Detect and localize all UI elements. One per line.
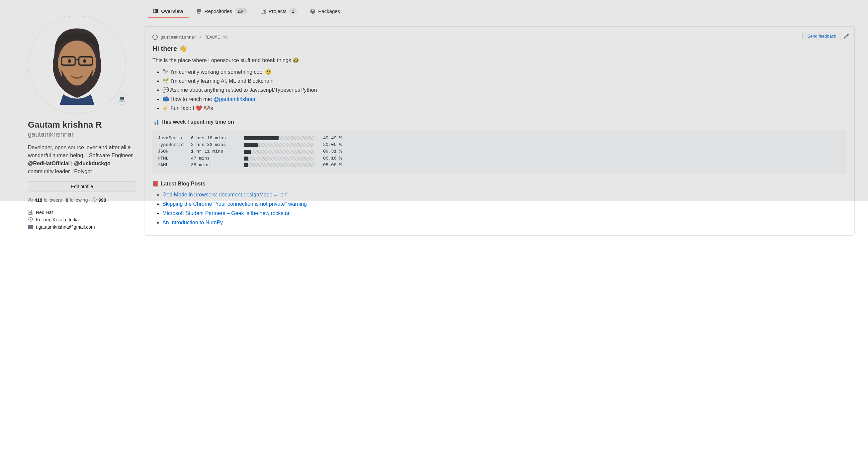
location-item: Kollam, Kerala, India — [28, 216, 136, 223]
followers-link[interactable]: 418 followers · — [34, 197, 64, 203]
project-icon — [261, 9, 266, 14]
list-item: 💬 Ask me about anything related to Javas… — [162, 85, 846, 94]
profile-bio: Developer, open source lover and after a… — [28, 144, 136, 175]
star-icon — [92, 197, 97, 203]
stat-row: JSON1 hr 11 mins09.31 % — [158, 148, 841, 155]
stars-count[interactable]: 990 — [98, 197, 106, 203]
book-icon — [153, 9, 158, 14]
status-badge[interactable]: 💻 — [116, 92, 128, 105]
readme-path: gautamkrishnar / README.md — [152, 35, 846, 40]
blog-post-link[interactable]: God Mode in browsers: document.designMod… — [162, 190, 846, 199]
profile-username: gautamkrishnar — [28, 130, 136, 138]
main-content: gautamkrishnar / README.md Send feedback… — [144, 26, 855, 236]
tab-packages[interactable]: Packages — [305, 5, 345, 18]
list-item: 📫 How to reach me: @gautamkrishnar — [162, 95, 846, 104]
package-icon — [310, 9, 315, 14]
blog-list: God Mode in browsers: document.designMod… — [152, 190, 846, 227]
mail-icon — [28, 224, 33, 230]
avatar[interactable] — [28, 16, 126, 114]
time-heading: 📊 This week I spent my time on — [152, 119, 846, 125]
repo-icon — [196, 9, 202, 14]
people-icon — [28, 197, 33, 203]
stat-row: HTML47 mins06.16 % — [158, 155, 841, 162]
edit-profile-button[interactable]: Edit profile — [28, 181, 136, 192]
tab-label: Overview — [161, 8, 183, 14]
repo-count-badge: 234 — [235, 8, 247, 14]
tab-label: Repositories — [205, 8, 232, 14]
location-icon — [28, 217, 33, 222]
tab-repositories[interactable]: Repositories 234 — [191, 5, 253, 18]
profile-sidebar: 💻 Gautam krishna R gautamkrishnar Develo… — [28, 16, 136, 236]
svg-point-4 — [68, 59, 71, 62]
avatar-image — [42, 25, 112, 105]
list-item: ⚡ Fun fact: I ❤️ 🐶s — [162, 104, 846, 113]
email-item[interactable]: r.gautamkrishna@gmail.com — [28, 223, 136, 231]
list-item: 🔭 I'm currently working on something coo… — [162, 67, 846, 77]
svg-point-5 — [83, 59, 86, 62]
tab-projects[interactable]: Projects 1 — [255, 5, 302, 18]
mention-redhat[interactable]: @RedHatOfficial — [28, 161, 70, 166]
mention-duckduckgo[interactable]: @duckduckgo — [74, 161, 111, 166]
pencil-icon[interactable] — [844, 34, 849, 39]
project-count-badge: 1 — [289, 8, 297, 14]
stat-row: YAML38 mins05.08 % — [158, 162, 841, 169]
tab-label: Packages — [318, 8, 340, 14]
readme-heading: Hi there 👋 — [152, 45, 846, 53]
tab-overview[interactable]: Overview — [148, 5, 189, 18]
profile-fullname: Gautam krishna R — [28, 119, 136, 130]
readme-box: gautamkrishnar / README.md Send feedback… — [144, 26, 855, 236]
send-feedback-button[interactable]: Send feedback — [802, 32, 841, 40]
organization-icon — [28, 210, 33, 215]
stat-row: TypeScript2 hrs 33 mins20.05 % — [158, 142, 841, 148]
stat-row: JavaScript6 hrs 18 mins49.49 % — [158, 135, 841, 142]
tab-label: Projects — [269, 8, 286, 14]
contact-link[interactable]: @gautamkrishnar — [214, 96, 256, 102]
blog-heading: 📕 Latest Blog Posts — [152, 180, 846, 187]
readme-intro: This is the place where I opensource stu… — [152, 57, 846, 63]
wakatime-stats: JavaScript6 hrs 18 mins49.49 %TypeScript… — [152, 129, 846, 174]
follower-stats: 418 followers · 0 following · 990 — [28, 197, 136, 203]
list-item: 🌱 I'm currently learning AI, ML and Bloc… — [162, 77, 846, 85]
blog-post-link[interactable]: An Introduction to NumPy — [162, 218, 846, 227]
blog-post-link[interactable]: Microsoft Student Partners – Geek is the… — [162, 209, 846, 218]
readme-bullets: 🔭 I'm currently working on something coo… — [152, 67, 846, 113]
smiley-icon — [152, 35, 158, 40]
blog-post-link[interactable]: Skipping the Chrome "Your connection is … — [162, 199, 846, 209]
following-link[interactable]: 0 following · — [66, 197, 90, 203]
company-item: Red Hat — [28, 209, 136, 216]
